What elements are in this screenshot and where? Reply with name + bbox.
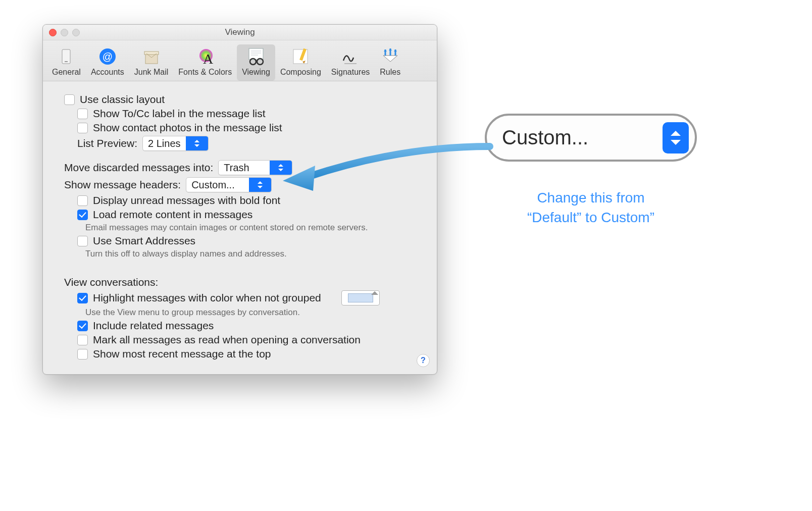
general-icon <box>56 46 76 67</box>
checkbox-recent-top[interactable] <box>77 349 88 360</box>
fonts-colors-icon: A <box>195 46 215 67</box>
signatures-icon <box>340 46 361 67</box>
window-title: Viewing <box>43 27 437 37</box>
tab-label: Viewing <box>242 68 270 77</box>
checkbox-show-tocc[interactable] <box>77 109 88 119</box>
checkbox-include-related[interactable] <box>77 321 88 331</box>
junk-mail-icon <box>141 46 162 67</box>
label-move-discarded: Move discarded messages into: <box>64 162 213 174</box>
hint-smart-addresses: Turn this off to always display names an… <box>85 249 287 259</box>
chevron-updown-icon <box>249 178 271 192</box>
color-swatch-button[interactable] <box>341 290 380 305</box>
tab-signatures[interactable]: Signatures <box>326 44 375 81</box>
label-recent-top: Show most recent message at the top <box>93 348 271 360</box>
tab-composing[interactable]: Composing <box>275 44 326 81</box>
chevron-updown-icon <box>186 136 208 150</box>
checkbox-unread-bold[interactable] <box>77 195 88 206</box>
svg-rect-1 <box>65 61 68 62</box>
label-show-photos: Show contact photos in the message list <box>93 122 282 134</box>
svg-marker-19 <box>384 49 387 52</box>
svg-text:A: A <box>203 51 214 67</box>
svg-rect-5 <box>144 52 159 55</box>
select-value: 2 Lines <box>143 138 186 149</box>
tab-general[interactable]: General <box>47 44 86 81</box>
svg-rect-8 <box>249 48 263 60</box>
hint-load-remote: Email messages may contain images or con… <box>85 223 368 233</box>
tab-fonts-colors[interactable]: A Fonts & Colors <box>173 44 237 81</box>
tab-rules[interactable]: Rules <box>375 44 405 81</box>
callout-line1: Change this from <box>537 190 644 206</box>
tab-accounts[interactable]: @ Accounts <box>86 44 129 81</box>
label-view-conversations: View conversations: <box>64 276 158 288</box>
checkbox-load-remote[interactable] <box>77 210 88 220</box>
select-show-headers[interactable]: Custom... <box>186 177 272 192</box>
tab-label: Signatures <box>331 68 370 77</box>
select-value: Custom... <box>186 179 249 191</box>
color-swatch-preview <box>348 293 373 302</box>
svg-marker-20 <box>389 48 392 50</box>
svg-marker-18 <box>383 56 397 62</box>
callout-value: Custom... <box>502 126 663 149</box>
composing-icon <box>290 46 311 67</box>
checkbox-show-photos[interactable] <box>77 123 88 133</box>
checkbox-use-classic-layout[interactable] <box>64 94 75 105</box>
select-move-discarded[interactable]: Trash <box>218 160 292 175</box>
tab-label: Composing <box>280 68 321 77</box>
label-unread-bold: Display unread messages with bold font <box>93 194 280 207</box>
chevron-updown-icon <box>270 161 292 175</box>
select-value: Trash <box>219 162 269 174</box>
tab-label: Fonts & Colors <box>178 68 232 77</box>
checkbox-mark-all-read[interactable] <box>77 335 88 345</box>
label-show-tocc: Show To/Cc label in the message list <box>93 108 266 120</box>
hint-highlight-color: Use the View menu to group messages by c… <box>85 308 300 318</box>
svg-text:@: @ <box>103 51 113 62</box>
label-mark-all-read: Mark all messages as read when opening a… <box>93 334 361 346</box>
tab-label: Junk Mail <box>134 68 169 77</box>
callout-line2: “Default” to Custom” <box>527 210 654 225</box>
label-smart-addresses: Use Smart Addresses <box>93 235 195 247</box>
viewing-icon <box>246 46 266 67</box>
preferences-body: Use classic layout Show To/Cc label in t… <box>43 81 437 374</box>
tab-junk-mail[interactable]: Junk Mail <box>129 44 174 81</box>
label-show-headers: Show message headers: <box>64 179 181 191</box>
label-list-preview: List Preview: <box>77 137 137 149</box>
label-highlight-color: Highlight messages with color when not g… <box>93 292 321 304</box>
help-button[interactable]: ? <box>417 354 430 367</box>
tab-label: General <box>52 68 81 77</box>
label-include-related: Include related messages <box>93 320 214 332</box>
toolbar: General @ Accounts Junk Mail A Fonts & C… <box>43 40 437 81</box>
checkbox-smart-addresses[interactable] <box>77 236 88 246</box>
svg-rect-4 <box>145 54 158 64</box>
rules-icon <box>380 46 400 67</box>
chevron-updown-icon <box>663 122 689 154</box>
svg-marker-21 <box>394 49 397 52</box>
tab-label: Accounts <box>91 68 124 77</box>
label-load-remote: Load remote content in messages <box>93 209 252 221</box>
callout-caption: Change this from “Default” to Custom” <box>495 188 687 227</box>
label-use-classic-layout: Use classic layout <box>80 93 165 106</box>
callout-magnifier: Custom... <box>485 114 697 162</box>
accounts-icon: @ <box>97 46 118 67</box>
preferences-window: Viewing General @ Accounts Junk Mail <box>42 24 437 375</box>
checkbox-highlight-color[interactable] <box>77 293 88 303</box>
titlebar: Viewing <box>43 25 437 40</box>
tab-viewing[interactable]: Viewing <box>237 44 275 81</box>
tab-label: Rules <box>380 68 400 77</box>
select-list-preview[interactable]: 2 Lines <box>142 136 209 151</box>
